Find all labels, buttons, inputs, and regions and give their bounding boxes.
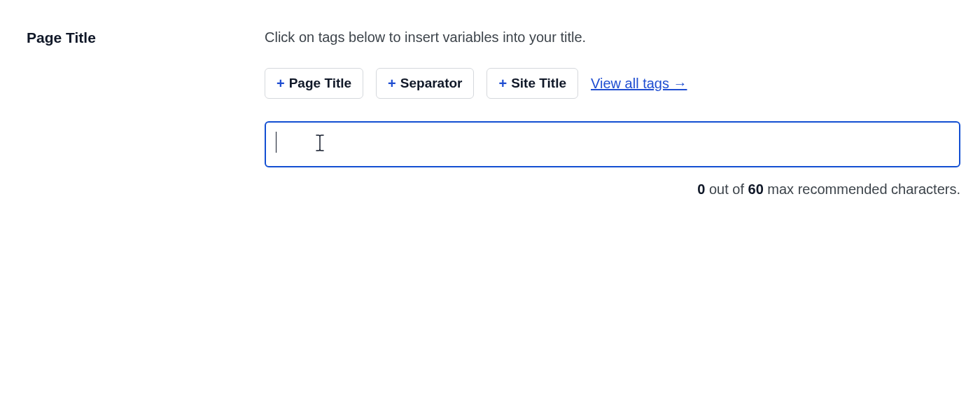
plus-icon: + [498, 76, 507, 90]
counter-max: 60 [748, 181, 764, 197]
tags-row: + Page Title + Separator + Site Title Vi… [265, 68, 960, 99]
text-caret [276, 132, 276, 153]
page-title-section: Page Title Click on tags below to insert… [0, 0, 980, 198]
helper-text: Click on tags below to insert variables … [265, 29, 960, 46]
plus-icon: + [276, 76, 285, 90]
label-column: Page Title [27, 29, 265, 198]
counter-sep: out of [705, 181, 748, 197]
counter-current: 0 [697, 181, 705, 197]
tag-label: Separator [400, 76, 463, 91]
tag-label: Site Title [511, 76, 566, 91]
tag-button-site-title[interactable]: + Site Title [486, 68, 578, 99]
plus-icon: + [388, 76, 396, 90]
title-input-wrapper [265, 121, 960, 167]
counter-suffix: max recommended characters. [764, 181, 960, 197]
character-counter: 0 out of 60 max recommended characters. [265, 181, 960, 198]
tag-button-separator[interactable]: + Separator [376, 68, 474, 99]
page-title-input[interactable] [265, 121, 960, 167]
tag-button-page-title[interactable]: + Page Title [265, 68, 363, 99]
section-label: Page Title [27, 29, 265, 46]
tag-label: Page Title [289, 76, 351, 91]
view-all-tags-link[interactable]: View all tags → [591, 76, 687, 92]
main-column: Click on tags below to insert variables … [265, 29, 960, 198]
